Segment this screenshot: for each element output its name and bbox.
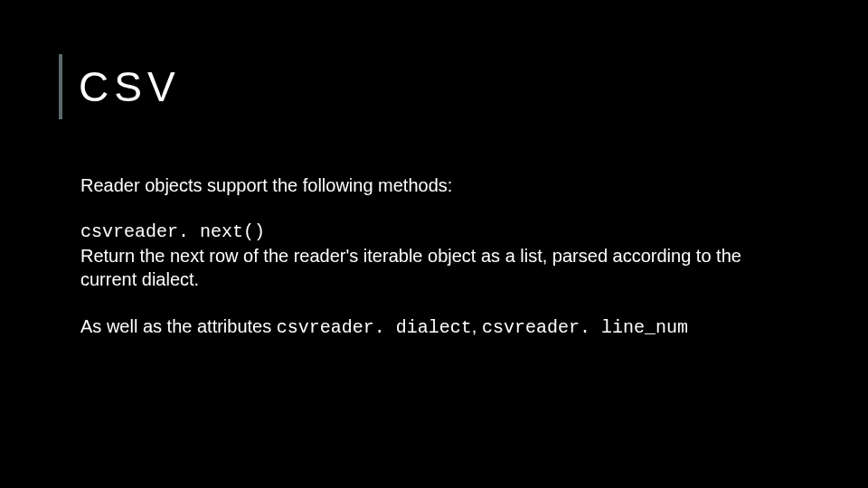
attribute-line-num: csvreader. line_num [482,317,688,338]
title-wrap: CSV [59,54,787,119]
slide-container: CSV Reader objects support the following… [0,0,868,340]
attributes-line: As well as the attributes csvreader. dia… [80,314,787,340]
attributes-separator: , [472,316,482,336]
slide-body: Reader objects support the following met… [59,174,787,340]
method-code: csvreader. next() [80,221,787,244]
attribute-dialect: csvreader. dialect [277,317,472,338]
method-block: csvreader. next() Return the next row of… [80,221,787,291]
intro-text: Reader objects support the following met… [80,174,787,197]
slide-title: CSV [79,62,181,111]
attributes-prefix: As well as the attributes [80,316,277,336]
method-description: Return the next row of the reader's iter… [80,244,787,291]
title-accent-bar [59,54,62,119]
